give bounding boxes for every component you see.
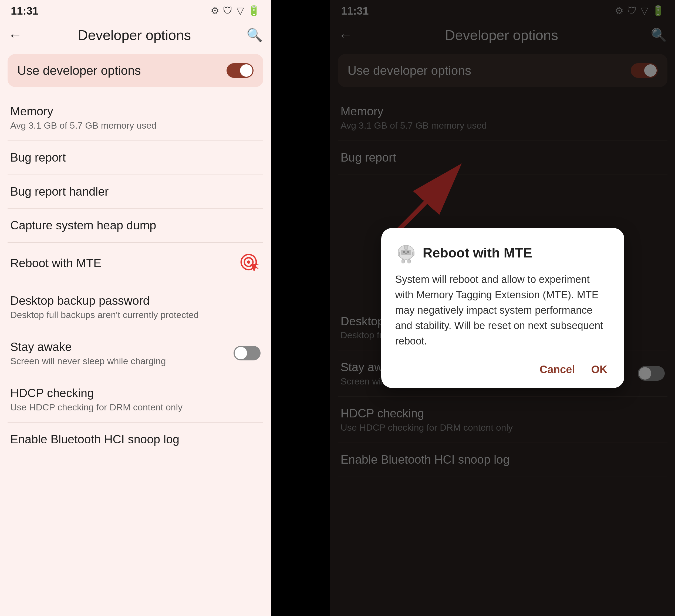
mte-cursor-icon: [239, 252, 260, 274]
svg-point-6: [403, 251, 405, 253]
dialog-actions: Cancel OK: [395, 361, 610, 378]
settings-status-icon: ⚙: [211, 5, 219, 16]
left-hdcp-subtitle: Use HDCP checking for DRM content only: [10, 402, 260, 413]
left-bluetooth-item[interactable]: Enable Bluetooth HCI snoop log: [8, 422, 263, 457]
left-toolbar: ← Developer options 🔍: [0, 22, 271, 49]
dialog-overlay: Reboot with MTE System will reboot and a…: [330, 0, 675, 616]
svg-rect-10: [398, 252, 399, 256]
left-heap-dump-title: Capture system heap dump: [10, 218, 260, 232]
dialog-reboot-icon: [395, 242, 417, 264]
left-dev-options-banner: Use developer options: [8, 54, 263, 87]
left-stay-awake-subtitle: Screen will never sleep while charging: [10, 356, 166, 366]
left-phone: 11:31 ⚙ 🛡 ▽ 🔋 ← Developer options 🔍 Use …: [0, 0, 271, 616]
dialog-header: Reboot with MTE: [395, 242, 610, 264]
left-desktop-backup-subtitle: Desktop full backups aren't currently pr…: [10, 310, 260, 320]
left-hdcp-title: HDCP checking: [10, 386, 260, 400]
phone-divider: [271, 0, 330, 616]
left-memory-title: Memory: [10, 104, 157, 119]
svg-rect-13: [408, 259, 410, 263]
left-desktop-backup-item[interactable]: Desktop backup password Desktop full bac…: [8, 284, 263, 330]
svg-rect-8: [405, 254, 407, 254]
left-hdcp-item[interactable]: HDCP checking Use HDCP checking for DRM …: [8, 377, 263, 422]
dialog-body: System will reboot and allow to experime…: [395, 272, 610, 349]
svg-point-7: [407, 251, 409, 253]
left-dev-options-toggle[interactable]: [227, 63, 253, 78]
svg-marker-3: [250, 264, 259, 272]
left-mte-title: Reboot with MTE: [10, 256, 101, 270]
left-desktop-backup-title: Desktop backup password: [10, 294, 260, 308]
left-memory-subtitle: Avg 3.1 GB of 5.7 GB memory used: [10, 120, 157, 131]
svg-rect-9: [404, 245, 408, 250]
left-stay-awake-item[interactable]: Stay awake Screen will never sleep while…: [8, 330, 263, 377]
svg-point-2: [247, 261, 250, 264]
left-search-button[interactable]: 🔍: [246, 27, 263, 43]
left-settings-list: Memory Avg 3.1 GB of 5.7 GB memory used …: [0, 94, 271, 616]
left-page-title: Developer options: [27, 27, 241, 43]
left-bug-report-item[interactable]: Bug report: [8, 141, 263, 175]
left-stay-awake-title: Stay awake: [10, 340, 166, 354]
dialog-cancel-button[interactable]: Cancel: [537, 361, 578, 378]
wifi-status-icon: ▽: [236, 5, 244, 16]
left-bug-report-title: Bug report: [10, 150, 260, 165]
left-dev-options-label: Use developer options: [17, 63, 141, 78]
svg-rect-11: [412, 252, 414, 256]
left-bug-report-handler-title: Bug report handler: [10, 185, 260, 199]
left-time: 11:31: [11, 5, 39, 17]
left-memory-item[interactable]: Memory Avg 3.1 GB of 5.7 GB memory used: [8, 94, 263, 141]
left-back-button[interactable]: ←: [8, 28, 22, 42]
reboot-mte-dialog: Reboot with MTE System will reboot and a…: [381, 228, 624, 388]
left-status-icons: ⚙ 🛡 ▽ 🔋: [211, 5, 260, 16]
left-heap-dump-item[interactable]: Capture system heap dump: [8, 209, 263, 243]
right-phone: Reboot with MTE System will reboot and a…: [330, 0, 675, 616]
left-bug-report-handler-item[interactable]: Bug report handler: [8, 175, 263, 209]
dialog-title: Reboot with MTE: [423, 245, 532, 261]
svg-rect-12: [402, 259, 404, 263]
left-mte-item[interactable]: Reboot with MTE: [8, 243, 263, 284]
left-status-bar: 11:31 ⚙ 🛡 ▽ 🔋: [0, 0, 271, 22]
dialog-ok-button[interactable]: OK: [589, 361, 610, 378]
left-bluetooth-title: Enable Bluetooth HCI snoop log: [10, 432, 260, 447]
left-stay-awake-toggle[interactable]: [234, 346, 260, 360]
shield-status-icon: 🛡: [223, 5, 233, 16]
battery-status-icon: 🔋: [248, 5, 260, 16]
